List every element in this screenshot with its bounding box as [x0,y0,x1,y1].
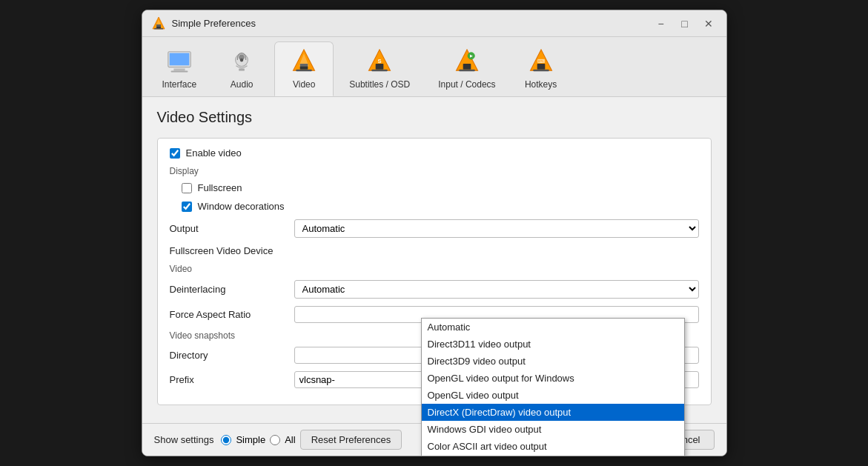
prefix-label: Prefix [170,374,288,385]
all-radio-label[interactable]: All [285,434,295,445]
output-row: Output Automatic [170,219,699,238]
window-title: Simple Preferences [172,18,652,29]
svg-text:⌨: ⌨ [537,59,545,64]
video-icon [289,47,319,76]
svg-rect-17 [376,64,384,70]
main-window: Simple Preferences − □ ✕ Interface [142,10,727,456]
svg-text:S: S [378,58,382,64]
directory-label: Directory [170,350,288,361]
enable-video-checkbox[interactable] [170,148,180,159]
audio-icon [227,47,256,76]
dropdown-item-directx[interactable]: DirectX (DirectDraw) video output [422,404,684,421]
tab-input-label: Input / Codecs [438,79,495,90]
tab-interface[interactable]: Interface [150,41,210,96]
content-area: Video Settings Enable video Display Full… [142,97,726,423]
window-decorations-checkbox[interactable] [182,202,192,212]
tab-video-label: Video [293,79,315,90]
tab-bar: Interface Audio [142,37,726,97]
deinterlacing-label: Deinterlacing [170,284,288,295]
section-title: Video Settings [157,109,712,126]
interface-icon [165,47,194,76]
show-settings-label: Show settings [154,434,214,445]
tab-audio-label: Audio [231,79,254,90]
deinterlacing-select[interactable]: Automatic [294,280,699,299]
simple-radio-label[interactable]: Simple [236,434,265,445]
display-subsection-label: Display [170,166,699,176]
svg-point-11 [240,59,244,62]
svg-rect-10 [239,69,245,71]
output-label: Output [170,223,288,234]
svg-rect-26 [537,64,545,70]
reset-preferences-button[interactable]: Reset Preferences [300,430,402,450]
fullscreen-row: Fullscreen [182,182,699,193]
window-decorations-row: Window decorations [182,201,699,212]
dropdown-item-opengl[interactable]: OpenGL video output [422,387,684,404]
tab-subtitles-label: Subtitles / OSD [349,79,410,90]
all-radio[interactable] [270,435,280,445]
fullscreen-device-label: Fullscreen Video Device [170,245,288,256]
fullscreen-device-row: Fullscreen Video Device [170,245,699,256]
titlebar: Simple Preferences − □ ✕ [142,10,726,37]
enable-video-row: Enable video [170,147,699,159]
svg-text:▶: ▶ [470,53,473,58]
input-icon: ▶ [452,47,482,76]
simple-radio[interactable] [221,435,231,445]
tab-video[interactable]: Video [274,41,334,96]
dropdown-item-direct3d11[interactable]: Direct3D11 video output [422,336,684,353]
svg-rect-22 [459,70,474,72]
force-aspect-ratio-label: Force Aspect Ratio [170,309,288,320]
subtitles-icon: S [365,47,394,76]
fullscreen-label[interactable]: Fullscreen [198,182,242,193]
hotkeys-icon: ⌨ [526,47,556,76]
close-button[interactable]: ✕ [700,15,718,33]
dropdown-item-statistics[interactable]: Statistics video output [422,455,684,456]
output-select[interactable]: Automatic [294,219,699,238]
svg-rect-5 [170,53,190,66]
show-settings-radio-group: Simple All [221,434,295,445]
tab-hotkeys[interactable]: ⌨ Hotkeys [511,41,571,96]
svg-rect-6 [173,69,185,71]
output-dropdown-wrapper: Automatic [294,219,699,238]
svg-rect-18 [372,70,388,72]
dropdown-item-color-ascii[interactable]: Color ASCII art video output [422,438,684,455]
tab-audio[interactable]: Audio [212,41,271,96]
fullscreen-checkbox[interactable] [182,183,192,193]
deinterlacing-row: Deinterlacing Automatic [170,280,699,299]
vlc-icon [151,16,166,31]
video-subsection-label: Video [170,264,699,274]
svg-rect-7 [170,71,188,73]
window-decorations-label[interactable]: Window decorations [198,201,285,212]
tab-subtitles[interactable]: S Subtitles / OSD [337,41,423,96]
dropdown-item-automatic[interactable]: Automatic [422,319,684,336]
output-dropdown-overlay: Automatic Direct3D11 video output Direct… [421,318,685,456]
tab-hotkeys-label: Hotkeys [525,79,557,90]
tab-interface-label: Interface [162,79,197,90]
dropdown-item-direct3d9[interactable]: Direct3D9 video output [422,353,684,370]
svg-rect-14 [296,70,312,72]
svg-rect-21 [463,64,471,70]
window-controls: − □ ✕ [652,15,718,33]
svg-rect-27 [533,70,549,72]
dropdown-item-gdi[interactable]: Windows GDI video output [422,421,684,438]
tab-input[interactable]: ▶ Input / Codecs [425,41,508,96]
dropdown-item-opengl-windows[interactable]: OpenGL video output for Windows [422,370,684,387]
svg-rect-2 [154,28,163,30]
enable-video-label[interactable]: Enable video [186,147,242,159]
minimize-button[interactable]: − [652,15,670,33]
maximize-button[interactable]: □ [676,15,694,33]
